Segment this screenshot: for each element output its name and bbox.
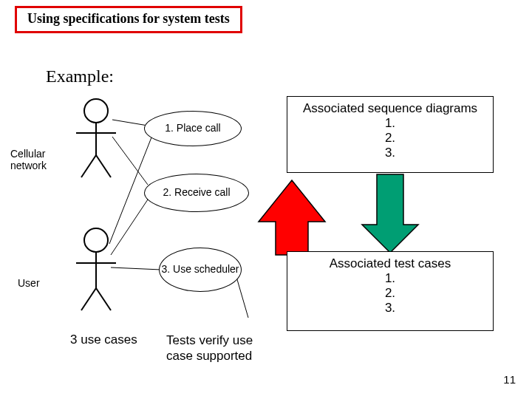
svg-line-8: [81, 288, 96, 310]
tests-verify-note: Tests verify use case supported: [166, 332, 255, 364]
sequence-diagrams-header: Associated sequence diagrams: [290, 101, 490, 116]
usecase-place-call: 1. Place call: [144, 111, 242, 146]
test-cases-item-1: 1.: [290, 271, 490, 286]
sequence-diagrams-box: Associated sequence diagrams 1. 2. 3.: [287, 96, 494, 173]
test-cases-header: Associated test cases: [290, 256, 490, 271]
actor1-associations: [112, 120, 148, 185]
usecase-receive-call: 2. Receive call: [144, 174, 249, 212]
slide-title: Using specifications for system tests: [27, 11, 230, 26]
svg-line-4: [96, 155, 111, 177]
sequence-diagrams-item-2: 2.: [290, 131, 490, 146]
svg-point-5: [84, 228, 108, 252]
test-cases-box: Associated test cases 1. 2. 3.: [287, 251, 494, 331]
slide-title-box: Using specifications for system tests: [15, 6, 242, 33]
svg-line-3: [81, 155, 96, 177]
usecase-receive-call-label: 2. Receive call: [163, 187, 230, 198]
usecase-use-scheduler: 3. Use scheduler: [159, 248, 242, 292]
test-cases-item-3: 3.: [290, 301, 490, 316]
usecase-place-call-label: 1. Place call: [165, 123, 220, 134]
actor-cellular-network-text: Cellular network: [10, 148, 47, 171]
actor-user-label: User: [18, 277, 40, 289]
svg-line-14: [111, 267, 161, 270]
page-number: 11: [503, 373, 516, 386]
actor-cellular-network-icon: [76, 99, 116, 177]
connector-uc3-cases: [236, 277, 248, 318]
arrow-up-icon: [259, 180, 325, 255]
svg-line-13: [111, 200, 148, 255]
actor-user-icon: [76, 228, 116, 310]
actor-cellular-network-label: Cellular network: [10, 148, 55, 171]
sequence-diagrams-item-1: 1.: [290, 116, 490, 131]
svg-point-0: [84, 99, 108, 123]
arrow-down-icon: [362, 174, 418, 253]
svg-line-10: [112, 120, 148, 126]
sequence-diagrams-item-3: 3.: [290, 146, 490, 160]
svg-line-9: [96, 288, 111, 310]
usecase-use-scheduler-label: 3. Use scheduler: [161, 264, 239, 275]
test-cases-item-2: 2.: [290, 286, 490, 301]
use-cases-count-note: 3 use cases: [70, 332, 137, 347]
svg-line-11: [112, 137, 148, 185]
example-heading: Example:: [46, 66, 114, 86]
